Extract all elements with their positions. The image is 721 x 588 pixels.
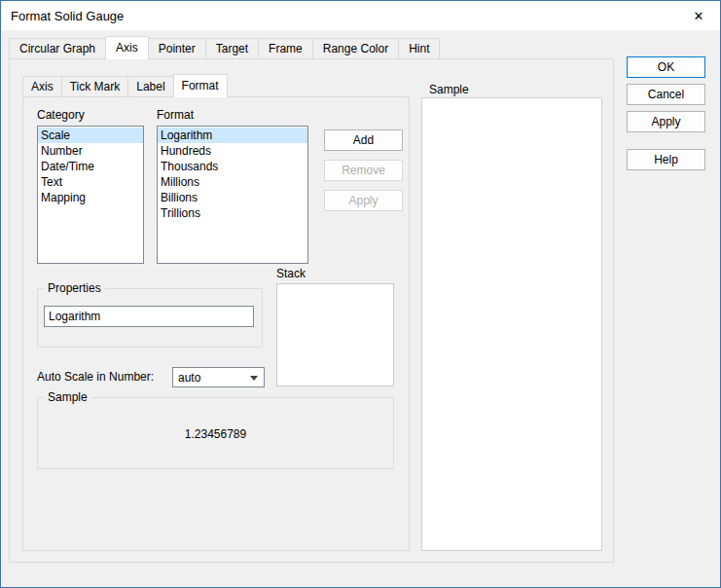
apply-list-button[interactable]: Apply: [324, 190, 403, 211]
sample-preview-area: [421, 97, 602, 551]
properties-group: Properties: [37, 288, 263, 348]
tab-hint[interactable]: Hint: [398, 38, 440, 58]
format-solid-gauge-dialog: Format Solid Gauge ✕ Circular GraphAxisP…: [0, 0, 721, 588]
titlebar: Format Solid Gauge ✕: [1, 1, 720, 30]
sample-group: Sample 1.23456789: [37, 397, 394, 469]
subtab-axis[interactable]: Axis: [22, 76, 62, 96]
cancel-button[interactable]: Cancel: [627, 84, 705, 105]
subtab-format[interactable]: Format: [173, 74, 228, 97]
subtab-label[interactable]: Label: [127, 76, 173, 96]
auto-scale-label: Auto Scale in Number:: [37, 370, 154, 385]
properties-group-label: Properties: [44, 281, 105, 296]
stack-listbox[interactable]: [276, 283, 394, 386]
chevron-down-icon: [250, 376, 258, 381]
remove-button[interactable]: Remove: [324, 160, 403, 181]
format-item-trillions[interactable]: Trillions: [158, 205, 307, 221]
format-subtab-pane: Category Format ScaleNumberDate/TimeText…: [22, 96, 410, 551]
add-button[interactable]: Add: [324, 129, 403, 151]
category-item-date-time[interactable]: Date/Time: [38, 159, 143, 174]
format-item-millions[interactable]: Millions: [158, 174, 307, 190]
close-icon[interactable]: ✕: [689, 7, 708, 26]
category-item-text[interactable]: Text: [38, 174, 143, 190]
category-label: Category: [37, 108, 85, 123]
tab-axis[interactable]: Axis: [105, 36, 149, 59]
window-title: Format Solid Gauge: [11, 9, 124, 23]
category-listbox[interactable]: ScaleNumberDate/TimeTextMapping: [37, 126, 144, 264]
format-item-thousands[interactable]: Thousands: [158, 159, 307, 174]
format-item-logarithm[interactable]: Logarithm: [158, 128, 307, 143]
format-label: Format: [157, 108, 194, 123]
tab-target[interactable]: Target: [205, 38, 259, 58]
sample-value: 1.23456789: [38, 427, 393, 441]
right-sample-label: Sample: [429, 83, 469, 97]
inner-tab-strip: AxisTick MarkLabelFormat: [22, 73, 227, 96]
tab-frame[interactable]: Frame: [258, 38, 313, 58]
apply-button[interactable]: Apply: [627, 111, 705, 132]
ok-button[interactable]: OK: [627, 56, 705, 78]
category-item-mapping[interactable]: Mapping: [38, 190, 143, 205]
help-button[interactable]: Help: [627, 149, 705, 170]
format-item-billions[interactable]: Billions: [158, 190, 307, 205]
tab-range-color[interactable]: Range Color: [312, 38, 399, 58]
auto-scale-value: auto: [178, 370, 200, 386]
auto-scale-dropdown[interactable]: auto: [172, 367, 265, 387]
tab-pointer[interactable]: Pointer: [148, 38, 206, 58]
category-item-number[interactable]: Number: [38, 143, 143, 159]
category-item-scale[interactable]: Scale: [38, 128, 143, 143]
top-tab-strip: Circular GraphAxisPointerTargetFrameRang…: [9, 35, 439, 58]
properties-input[interactable]: [44, 306, 254, 327]
list-action-buttons: AddRemoveApply: [324, 129, 403, 211]
sample-group-label: Sample: [44, 390, 91, 405]
tab-circular-graph[interactable]: Circular Graph: [9, 38, 106, 58]
subtab-tick-mark[interactable]: Tick Mark: [61, 76, 129, 96]
stack-label: Stack: [276, 267, 306, 281]
format-item-hundreds[interactable]: Hundreds: [158, 143, 307, 159]
format-listbox[interactable]: LogarithmHundredsThousandsMillionsBillio…: [157, 126, 308, 264]
